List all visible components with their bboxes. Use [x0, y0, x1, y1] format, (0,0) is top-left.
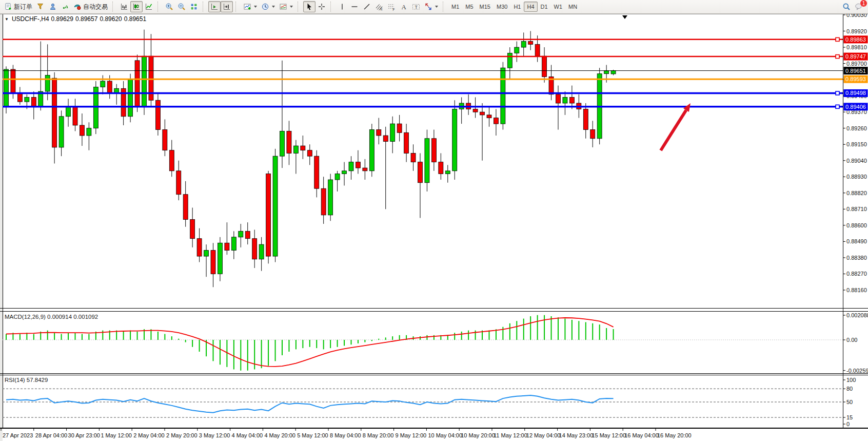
- candle-body: [507, 53, 512, 68]
- candle-body: [494, 118, 498, 124]
- auto-trading-button-label: 自动交易: [83, 3, 108, 11]
- timeframe-m5[interactable]: M5: [462, 2, 476, 12]
- timeframe-m1[interactable]: M1: [448, 2, 462, 12]
- line-chart-icon: [145, 3, 153, 11]
- tile-windows-button[interactable]: [188, 1, 200, 12]
- bar-chart-button[interactable]: [118, 1, 130, 12]
- timeframe-h4[interactable]: H4: [524, 2, 537, 12]
- zoom-in-icon: [165, 3, 173, 11]
- trendline-button[interactable]: [361, 1, 373, 12]
- new-order-button[interactable]: 新订单: [2, 1, 34, 12]
- level-endpoint-marker[interactable]: [836, 91, 839, 95]
- chart-window[interactable]: 0.900300.899200.898100.897000.895900.894…: [0, 14, 868, 441]
- trend-arrow-annotation[interactable]: [661, 110, 686, 150]
- price-tick-label: 0.88380: [846, 255, 867, 261]
- candle-body: [287, 131, 291, 153]
- notifications-button[interactable]: 1: [853, 1, 865, 12]
- text-a-icon: A: [400, 3, 408, 11]
- zoom-group: [163, 0, 200, 13]
- signals-button[interactable]: [59, 1, 71, 12]
- level-endpoint-marker[interactable]: [836, 55, 839, 59]
- candle-body: [231, 237, 236, 251]
- fibonacci-button[interactable]: F: [385, 1, 398, 12]
- timeframe-d1[interactable]: D1: [538, 2, 551, 12]
- timeframe-h1[interactable]: H1: [510, 2, 524, 12]
- indicators-button[interactable]: [241, 1, 259, 12]
- arrows-button[interactable]: [422, 1, 440, 12]
- candle-body: [218, 243, 222, 274]
- periods-button[interactable]: [259, 1, 277, 12]
- time-tick-label: 16 May 04:00: [624, 432, 659, 438]
- timeframe-m30[interactable]: M30: [494, 2, 510, 12]
- candle-body: [190, 219, 195, 238]
- auto-trading-button[interactable]: 自动交易: [71, 1, 110, 12]
- macd-tick-label: -0.002597: [846, 368, 868, 374]
- chart-shift-button[interactable]: [221, 1, 233, 12]
- candle-body: [169, 150, 174, 171]
- chart-header: ▼ USDCHF-,H4 0.89629 0.89657 0.89620 0.8…: [5, 15, 146, 23]
- vertical-line-button[interactable]: [336, 1, 348, 12]
- zoom-in-button[interactable]: [163, 1, 175, 12]
- candle-body: [280, 131, 285, 156]
- candle-body: [17, 93, 22, 102]
- time-tick-label: 12 May 04:00: [526, 432, 561, 438]
- chart-canvas[interactable]: 0.900300.899200.898100.897000.895900.894…: [0, 14, 868, 441]
- time-tick-label: 5 May 12:00: [297, 432, 328, 438]
- templates-button[interactable]: [277, 1, 295, 12]
- macd-tick-label: 0.002088: [846, 312, 868, 318]
- timeframe-w1[interactable]: W1: [551, 2, 566, 12]
- candle-body: [11, 69, 15, 93]
- price-badge-label: 0.89747: [845, 53, 866, 60]
- search-icon: [842, 3, 851, 11]
- clock-icon: [261, 3, 269, 11]
- price-tick-label: 0.88710: [846, 206, 867, 212]
- macd-histogram: [6, 315, 614, 371]
- price-tick-label: 0.88820: [846, 190, 867, 196]
- timeframe-m15[interactable]: M15: [477, 2, 494, 12]
- timeframe-mn[interactable]: MN: [565, 2, 580, 12]
- candle-body: [349, 162, 353, 171]
- time-tick-label: 28 Apr 04:00: [35, 432, 67, 438]
- candlesticks: [4, 30, 616, 287]
- candle-body: [52, 78, 57, 147]
- candle-body: [535, 44, 540, 56]
- toolbar: 新订单自动交易EFATM1M5M15M30H1H4D1W1MN1: [0, 0, 868, 14]
- add-group: [241, 0, 295, 13]
- bar-chart-icon: [120, 3, 128, 11]
- candle-body: [356, 162, 360, 168]
- time-tick-label: 4 May 20:00: [264, 432, 295, 438]
- price-tick-label: 0.90030: [846, 14, 867, 18]
- contacts-button[interactable]: [47, 1, 59, 12]
- horizontal-line-button[interactable]: [348, 1, 361, 12]
- equidistant-channel-button[interactable]: E: [373, 1, 385, 12]
- search-button[interactable]: [840, 1, 853, 12]
- metaeditor-button[interactable]: [34, 1, 47, 12]
- price-badge-label: 0.89498: [845, 90, 866, 96]
- notification-badge: 1: [860, 0, 867, 7]
- zoom-out-button[interactable]: [175, 1, 188, 12]
- candle-body: [101, 81, 105, 87]
- candle-body: [590, 130, 595, 139]
- candle-body: [245, 231, 250, 238]
- toolbar-separator: [330, 2, 334, 12]
- price-tick-label: 0.89920: [846, 28, 867, 34]
- candlestick-chart-button[interactable]: [130, 1, 143, 12]
- text-button[interactable]: A: [398, 1, 410, 12]
- cursor-button[interactable]: [303, 1, 315, 12]
- candle-body: [363, 168, 367, 171]
- crosshair-button[interactable]: [315, 1, 328, 12]
- candle-body: [273, 156, 278, 256]
- candle-body: [80, 125, 84, 136]
- text-label-button[interactable]: T: [410, 1, 422, 12]
- price-badge-label: 0.89863: [845, 36, 866, 43]
- toolbar-right-group: 1: [840, 1, 865, 12]
- level-endpoint-marker[interactable]: [836, 105, 839, 108]
- chart-shift-marker[interactable]: [622, 15, 627, 19]
- line-chart-button[interactable]: [143, 1, 155, 12]
- candle-body: [328, 180, 333, 215]
- symbol-collapse-icon[interactable]: ▼: [5, 17, 9, 22]
- level-endpoint-marker[interactable]: [836, 37, 839, 41]
- auto-scroll-button[interactable]: [208, 1, 221, 12]
- scroll-group: [208, 0, 233, 13]
- candles-icon: [132, 3, 141, 11]
